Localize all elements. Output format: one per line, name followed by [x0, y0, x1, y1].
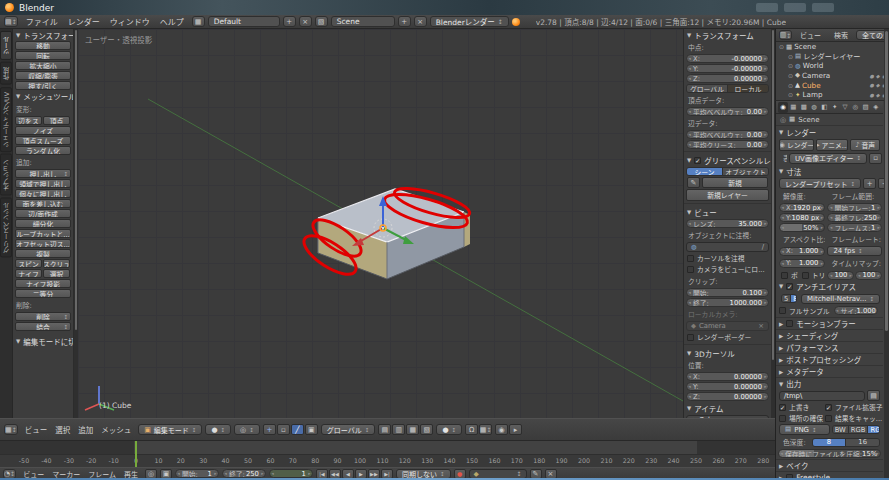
- vertex-select-mode[interactable]: ▫: [277, 424, 290, 435]
- menu-item[interactable]: ビュー: [21, 424, 52, 435]
- aa-sample-option[interactable]: 8: [791, 295, 797, 302]
- aspect-y-field[interactable]: Y:1.000: [779, 259, 825, 268]
- grease-draw-mode-icon[interactable]: ✎: [687, 177, 700, 188]
- depth-16-option[interactable]: 16: [846, 439, 879, 446]
- panel-header-editmode-switch[interactable]: ▼編集モードに切り替え: [13, 335, 73, 347]
- panel-header-view[interactable]: ▼ビュー: [684, 206, 771, 218]
- screen-layout-field[interactable]: Default: [208, 16, 280, 27]
- menu-item[interactable]: ヘルプ: [155, 16, 189, 27]
- depth-8-option[interactable]: 8: [813, 439, 847, 446]
- frame-end-field[interactable]: 最終フレ:250: [827, 213, 882, 222]
- crop-checkbox[interactable]: トリ: [802, 270, 826, 280]
- tool-button[interactable]: スピン: [15, 259, 42, 268]
- number-field[interactable]: Z:0.00000: [686, 74, 769, 83]
- compression-slider[interactable]: 保存時にファイルを圧縮:15%: [778, 449, 881, 458]
- panel-header-transform[interactable]: ▼トランスフォーム: [13, 29, 73, 41]
- properties-tab[interactable]: ◧: [819, 102, 829, 113]
- tool-button[interactable]: 収縮/膨張: [15, 71, 71, 80]
- bw-option[interactable]: BW: [833, 426, 849, 433]
- tool-button[interactable]: 結合: [15, 322, 71, 331]
- properties-scrollbar[interactable]: [884, 29, 889, 480]
- properties-tab[interactable]: ◉: [778, 102, 788, 113]
- timeline-track[interactable]: [0, 441, 775, 454]
- playback-button[interactable]: ◀: [342, 469, 354, 479]
- rgba-option[interactable]: RGBA: [868, 426, 880, 433]
- panel-header-grease-pencil[interactable]: ▼グリースペンシルレイ: [684, 154, 771, 166]
- remap-old-field[interactable]: 100: [827, 271, 854, 280]
- panel-header-dimensions[interactable]: ▼寸法: [776, 165, 883, 177]
- overwrite-checkbox[interactable]: 上書き: [779, 402, 823, 412]
- tool-button[interactable]: 面を差し込む: [15, 199, 71, 208]
- panel-header-collapsed[interactable]: ▶ モーションブラー: [776, 317, 883, 329]
- clip-end-field[interactable]: 終了:1000.000: [686, 298, 769, 307]
- tool-button[interactable]: 回転: [15, 51, 71, 60]
- expand-icon[interactable]: ⊙: [788, 91, 793, 98]
- number-field[interactable]: X:0.00000: [686, 372, 769, 381]
- placeholders-checkbox[interactable]: 場所の確保: [779, 413, 823, 423]
- viewport-shading-select[interactable]: ●: [205, 424, 231, 435]
- viewport-scene[interactable]: [78, 29, 683, 418]
- tool-button[interactable]: ループカットと...: [15, 229, 71, 238]
- tool-button[interactable]: 複製: [15, 249, 71, 258]
- eyedropper-icon[interactable]: /: [762, 243, 764, 251]
- border-checkbox[interactable]: ボ: [781, 270, 798, 280]
- expand-icon[interactable]: ⊙: [788, 72, 793, 79]
- menu-item[interactable]: フレーム: [84, 469, 120, 479]
- lock-interface-icon[interactable]: ▫: [869, 153, 882, 164]
- scene-field[interactable]: Scene: [331, 16, 395, 27]
- panel-header-item[interactable]: ▼アイテム: [684, 402, 771, 414]
- keying-set-field[interactable]: ◆↕: [469, 469, 527, 479]
- remap-new-field[interactable]: 100: [855, 271, 882, 280]
- tool-button[interactable]: 辺/面作成: [15, 209, 71, 218]
- outliner-search-menu[interactable]: 検索: [829, 30, 853, 40]
- panel-header-collapsed[interactable]: ▶ シェーディング: [776, 329, 883, 341]
- lock-range-icon[interactable]: ▣: [160, 469, 172, 479]
- cache-result-checkbox[interactable]: 結果をキャッ...: [825, 413, 883, 423]
- tool-button[interactable]: 押し出し: [15, 169, 71, 178]
- render-border-checkbox[interactable]: レンダーボーダー: [687, 332, 751, 342]
- playback-button[interactable]: ▶: [355, 469, 367, 479]
- menu-item[interactable]: 再生: [120, 469, 142, 479]
- insert-keyframe-button[interactable]: ✎: [530, 469, 542, 479]
- aa-filter-select[interactable]: Mitchell-Netrav...: [801, 294, 880, 304]
- toolshelf-tab[interactable]: シェーディング/UV: [0, 87, 12, 152]
- menu-item[interactable]: 選択: [51, 424, 74, 435]
- tool-button[interactable]: 領域で押し出し: [15, 179, 71, 188]
- properties-tab[interactable]: ▨: [860, 102, 870, 113]
- toolshelf-tab[interactable]: オプション: [0, 154, 12, 196]
- edge-select-mode[interactable]: ╱: [291, 424, 304, 435]
- tool-button[interactable]: ノイズ: [15, 126, 71, 135]
- tool-button[interactable]: 個々に押し出し: [15, 189, 71, 198]
- outliner-item[interactable]: ⊙ Cube ●◆◉: [776, 80, 889, 90]
- pivot-point-select[interactable]: ◎: [234, 424, 260, 435]
- panel-header-render[interactable]: ▼レンダー: [776, 126, 883, 138]
- grease-new-button[interactable]: 新規: [702, 177, 768, 188]
- expand-icon[interactable]: ⊙: [788, 53, 793, 60]
- aa-sample-option[interactable]: 5: [782, 295, 791, 302]
- menu-item[interactable]: マーカー: [48, 469, 84, 479]
- expand-icon[interactable]: ⊙: [779, 43, 784, 50]
- menu-item[interactable]: レンダー: [63, 16, 105, 27]
- menu-item[interactable]: メッシュ: [97, 424, 135, 435]
- panel-header-antialiasing[interactable]: ▼アンチエイリアス: [776, 280, 883, 292]
- snap-element-select[interactable]: ▦↕: [479, 424, 492, 435]
- clip-start-field[interactable]: 開始:0.100: [686, 288, 769, 297]
- playback-button[interactable]: ▶▶: [368, 469, 380, 479]
- menu-item[interactable]: ウィンドウ: [105, 16, 155, 27]
- menu-item[interactable]: ファイル: [21, 16, 63, 27]
- outliner-item[interactable]: ⊙ Lamp ●◆◉: [776, 90, 889, 100]
- tool-button[interactable]: 細分化: [15, 219, 71, 228]
- panel-header-transform[interactable]: ▼トランスフォーム: [684, 29, 771, 41]
- add-scene-button[interactable]: +: [398, 16, 411, 27]
- resolution-y-field[interactable]: Y:1080 px: [779, 213, 825, 222]
- screen-layout-icon[interactable]: ▦: [192, 16, 205, 27]
- lens-field[interactable]: レンズ:35.000: [686, 219, 769, 228]
- properties-tab[interactable]: ▽: [840, 102, 850, 113]
- file-extensions-checkbox[interactable]: ファイル拡張子: [825, 402, 883, 412]
- face-select-mode[interactable]: ▣: [305, 424, 318, 435]
- global-local-toggle[interactable]: グローバルローカル: [686, 84, 769, 93]
- mean-bevel-weight-field[interactable]: 平均ベベルウェ:0.00: [686, 130, 769, 139]
- full-sample-checkbox[interactable]: フルサンプル: [779, 306, 830, 316]
- local-camera-field[interactable]: Camera×: [686, 321, 769, 331]
- camera-to-view-checkbox[interactable]: カメラをビューにロ...: [687, 264, 765, 274]
